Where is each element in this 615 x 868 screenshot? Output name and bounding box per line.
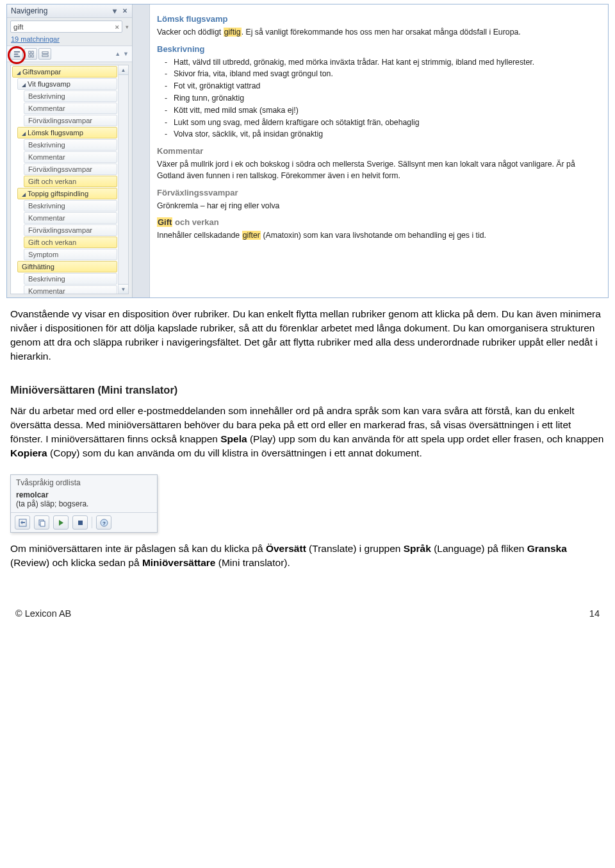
- nav-match-count[interactable]: 19 matchningar: [7, 34, 132, 46]
- nav-tree-item[interactable]: Kommentar: [24, 151, 117, 163]
- bold-text: Spela: [220, 433, 247, 444]
- svg-rect-1: [13, 53, 17, 54]
- svg-rect-7: [42, 51, 47, 53]
- nav-tree-item[interactable]: Förväxlingssvampar: [24, 163, 117, 175]
- headings-view-button[interactable]: [10, 48, 23, 60]
- bold-text: Granska: [527, 543, 567, 554]
- tree-item-label: Kommentar: [28, 104, 65, 112]
- footer-page-number: 14: [589, 608, 600, 619]
- doc-heading-gift: Gift och verkan: [157, 217, 594, 229]
- help-button[interactable]: ?: [96, 515, 111, 530]
- bold-text: Språk: [404, 543, 431, 554]
- nav-header: Navigering ▾ ×: [7, 4, 132, 18]
- tree-item-label: Lömsk flugsvamp: [28, 129, 83, 137]
- nav-tree-item[interactable]: Kommentar: [24, 285, 117, 294]
- nav-search-value: gift: [13, 23, 23, 31]
- popup-title: Tvåspråkig ordlista: [11, 475, 157, 488]
- caret-icon: ◢: [22, 131, 26, 137]
- nav-tree-item[interactable]: Förväxlingssvampar: [24, 224, 117, 236]
- tree-item-label: Beskrivning: [28, 275, 65, 283]
- text: Ovanstående vy visar en disposition över…: [10, 307, 605, 363]
- popup-definition: (ta på) släp; bogsera.: [11, 499, 157, 512]
- tree-item-label: Beskrivning: [28, 202, 65, 210]
- nav-tree-item[interactable]: Beskrivning: [24, 139, 117, 151]
- nav-tree-item[interactable]: ◢Vit flugsvamp: [17, 78, 117, 90]
- tree-item-label: Beskrivning: [28, 141, 65, 149]
- navigation-pane: Navigering ▾ × gift × ▾ 19 matchningar: [7, 4, 133, 297]
- caret-icon: ◢: [22, 82, 26, 88]
- nav-scrollbar[interactable]: ▲ ▼: [118, 65, 128, 294]
- scroll-down-icon[interactable]: ▼: [119, 284, 128, 294]
- bold-text: Översätt: [266, 543, 306, 554]
- next-result-icon[interactable]: ▼: [123, 51, 129, 57]
- tree-item-label: Gifthätting: [22, 263, 54, 271]
- prev-result-icon[interactable]: ▲: [115, 51, 120, 57]
- nav-tree-item[interactable]: Symptom: [24, 249, 117, 260]
- nav-tree-item[interactable]: Beskrivning: [24, 200, 117, 212]
- stop-button[interactable]: [72, 515, 88, 530]
- nav-tree-item[interactable]: Beskrivning: [24, 90, 117, 102]
- play-button[interactable]: [53, 515, 69, 530]
- list-item: Hatt, välvd till utbredd, grönakig, med …: [165, 57, 594, 69]
- page-footer: © Lexicon AB 14: [15, 608, 600, 619]
- svg-rect-5: [28, 54, 30, 57]
- svg-rect-11: [40, 521, 45, 526]
- text: Vacker och dödligt: [157, 28, 224, 37]
- nav-search-input[interactable]: gift ×: [10, 21, 122, 33]
- nav-tree-item[interactable]: Kommentar: [24, 212, 117, 224]
- doc-heading-forvax: Förväxlingssvampar: [157, 187, 594, 199]
- tree-item-label: Kommentar: [28, 214, 65, 222]
- clear-icon[interactable]: ×: [115, 23, 119, 31]
- tree-item-label: Giftsvampar: [22, 68, 61, 76]
- document-left-margin: [133, 4, 150, 297]
- expand-button[interactable]: [15, 515, 30, 530]
- text: Om miniöversättaren inte är påslagen så …: [10, 543, 266, 554]
- doc-heading-beskrivning: Beskrivning: [157, 44, 594, 56]
- text: och verkan: [172, 217, 218, 227]
- bold-text: Kopiera: [10, 447, 47, 458]
- nav-tree-item[interactable]: Gift och verkan: [24, 176, 117, 187]
- text: (Mini translator).: [215, 557, 290, 568]
- nav-tree-item[interactable]: ◢Toppig giftspindling: [17, 188, 117, 199]
- body-paragraph-3: Om miniöversättaren inte är påslagen så …: [10, 542, 605, 570]
- caret-icon: ◢: [22, 192, 26, 197]
- footer-copyright: © Lexicon AB: [15, 608, 71, 619]
- list-item: Volva stor, säcklik, vit, på insidan grö…: [165, 129, 594, 140]
- nav-tree-item[interactable]: Gift och verkan: [24, 237, 117, 248]
- nav-tree-item[interactable]: Förväxlingssvampar: [24, 115, 117, 126]
- nav-tree-item[interactable]: Kommentar: [24, 103, 117, 114]
- pages-view-button[interactable]: [24, 48, 37, 60]
- results-view-button[interactable]: [38, 48, 51, 60]
- nav-close-icon[interactable]: ×: [122, 6, 128, 15]
- document-pane: Lömsk flugsvamp Vacker och dödligt gifti…: [133, 4, 608, 297]
- list-item: Lukt som ung svag, med åldern kraftigare…: [165, 117, 594, 129]
- scroll-up-icon[interactable]: ▲: [119, 65, 128, 75]
- nav-tree-item[interactable]: Gifthätting: [17, 261, 117, 272]
- nav-dropdown-icon[interactable]: ▾: [111, 6, 118, 15]
- nav-search-dropdown-icon[interactable]: ▾: [126, 24, 129, 30]
- nav-tree: ▲ ▼ ◢Giftsvampar◢Vit flugsvampBeskrivnin…: [10, 65, 129, 294]
- separator: [92, 517, 92, 528]
- tree-item-label: Kommentar: [28, 287, 65, 294]
- highlight: Gift: [157, 217, 172, 227]
- list-item: Ring tunn, grönaktig: [165, 93, 594, 104]
- text: (Translate) i gruppen: [306, 543, 404, 554]
- nav-tree-item[interactable]: ◢Lömsk flugsvamp: [17, 127, 117, 138]
- tree-item-label: Beskrivning: [28, 92, 65, 100]
- svg-rect-3: [28, 51, 30, 53]
- nav-tree-item[interactable]: ◢Giftsvampar: [12, 66, 117, 78]
- tree-item-label: Vit flugsvamp: [28, 80, 70, 88]
- doc-intro-text: Vacker och dödligt giftig. Ej så vanligt…: [157, 27, 594, 38]
- text: (Language) på fliken: [431, 543, 527, 554]
- tree-item-label: Toppig giftspindling: [28, 190, 88, 197]
- popup-toolbar: ?: [11, 512, 157, 532]
- nav-tree-item[interactable]: Beskrivning: [24, 273, 117, 285]
- copy-button[interactable]: [34, 515, 49, 530]
- svg-text:?: ?: [102, 520, 106, 526]
- mini-translator-popup: Tvåspråkig ordlista remolcar (ta på) slä…: [10, 474, 158, 533]
- svg-rect-6: [31, 54, 33, 57]
- svg-rect-2: [13, 56, 19, 57]
- text: . Ej så vanligt förekommande hos oss men…: [242, 28, 521, 37]
- tree-item-label: Förväxlingssvampar: [28, 117, 92, 124]
- doc-heading-title: Lömsk flugsvamp: [157, 13, 594, 26]
